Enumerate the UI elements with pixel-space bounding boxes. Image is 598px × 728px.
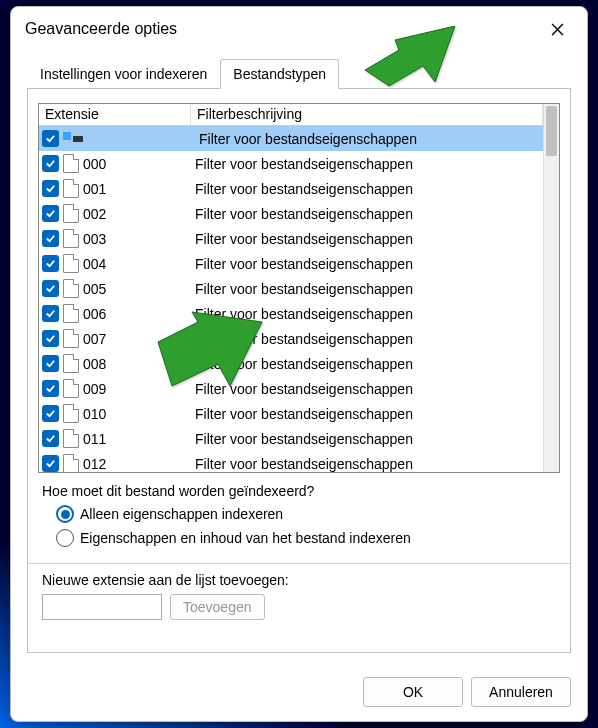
row-extension: 002 bbox=[83, 206, 187, 222]
row-description: Filter voor bestandseigenschappen bbox=[187, 306, 413, 322]
row-checkbox[interactable] bbox=[42, 330, 59, 347]
row-extension: 010 bbox=[83, 406, 187, 422]
column-description-header[interactable]: Filterbeschrijving bbox=[191, 104, 543, 125]
row-checkbox[interactable] bbox=[42, 130, 59, 147]
table-row[interactable]: 001Filter voor bestandseigenschappen bbox=[39, 176, 543, 201]
row-checkbox[interactable] bbox=[42, 455, 59, 472]
ok-button[interactable]: OK bbox=[363, 677, 463, 707]
file-types-list[interactable]: Extensie Filterbeschrijving Filter voor … bbox=[38, 103, 560, 473]
row-checkbox[interactable] bbox=[42, 430, 59, 447]
row-description: Filter voor bestandseigenschappen bbox=[187, 231, 413, 247]
file-icon bbox=[63, 279, 79, 298]
close-button[interactable] bbox=[541, 15, 573, 43]
cancel-button[interactable]: Annuleren bbox=[471, 677, 571, 707]
close-icon bbox=[551, 23, 564, 36]
row-extension: 009 bbox=[83, 381, 187, 397]
new-extension-input[interactable] bbox=[42, 594, 162, 620]
file-icon bbox=[63, 354, 79, 373]
table-row[interactable]: 010Filter voor bestandseigenschappen bbox=[39, 401, 543, 426]
file-types-panel: Extensie Filterbeschrijving Filter voor … bbox=[27, 89, 571, 653]
row-extension: 003 bbox=[83, 231, 187, 247]
row-description: Filter voor bestandseigenschappen bbox=[187, 256, 413, 272]
indexing-question-label: Hoe moet dit bestand worden geïndexeerd? bbox=[42, 483, 560, 499]
file-icon bbox=[63, 179, 79, 198]
row-checkbox[interactable] bbox=[42, 205, 59, 222]
row-description: Filter voor bestandseigenschappen bbox=[187, 431, 413, 447]
table-row[interactable]: 003Filter voor bestandseigenschappen bbox=[39, 226, 543, 251]
row-checkbox[interactable] bbox=[42, 155, 59, 172]
row-extension: 012 bbox=[83, 456, 187, 472]
row-extension: 008 bbox=[83, 356, 187, 372]
row-description: Filter voor bestandseigenschappen bbox=[187, 331, 413, 347]
list-scrollbar[interactable] bbox=[543, 104, 559, 472]
file-icon bbox=[63, 154, 79, 173]
radio-icon bbox=[56, 529, 74, 547]
radio-label: Alleen eigenschappen indexeren bbox=[80, 506, 283, 522]
row-description: Filter voor bestandseigenschappen bbox=[187, 156, 413, 172]
scrollbar-thumb[interactable] bbox=[546, 106, 557, 156]
file-icon bbox=[63, 229, 79, 248]
file-icon bbox=[63, 304, 79, 323]
tab-row: Instellingen voor indexeren Bestandstype… bbox=[27, 59, 571, 89]
row-description: Filter voor bestandseigenschappen bbox=[191, 131, 417, 147]
file-icon bbox=[63, 204, 79, 223]
row-description: Filter voor bestandseigenschappen bbox=[187, 281, 413, 297]
row-description: Filter voor bestandseigenschappen bbox=[187, 181, 413, 197]
row-checkbox[interactable] bbox=[42, 180, 59, 197]
row-checkbox[interactable] bbox=[42, 405, 59, 422]
row-description: Filter voor bestandseigenschappen bbox=[187, 456, 413, 472]
tab-file-types[interactable]: Bestandstypen bbox=[220, 59, 339, 89]
row-description: Filter voor bestandseigenschappen bbox=[187, 206, 413, 222]
radio-icon bbox=[56, 505, 74, 523]
row-extension: 007 bbox=[83, 331, 187, 347]
divider bbox=[28, 563, 570, 564]
row-extension: 006 bbox=[83, 306, 187, 322]
file-icon bbox=[63, 404, 79, 423]
advanced-options-dialog: Geavanceerde opties Instellingen voor in… bbox=[10, 6, 588, 722]
file-icon bbox=[63, 379, 79, 398]
desktop-icon bbox=[63, 132, 83, 146]
row-extension: 004 bbox=[83, 256, 187, 272]
table-row[interactable]: 005Filter voor bestandseigenschappen bbox=[39, 276, 543, 301]
table-row[interactable]: 004Filter voor bestandseigenschappen bbox=[39, 251, 543, 276]
radio-properties-only[interactable]: Alleen eigenschappen indexeren bbox=[56, 505, 560, 523]
row-description: Filter voor bestandseigenschappen bbox=[187, 356, 413, 372]
file-icon bbox=[63, 454, 79, 472]
add-extension-label: Nieuwe extensie aan de lijst toevoegen: bbox=[42, 572, 560, 588]
row-checkbox[interactable] bbox=[42, 355, 59, 372]
row-extension: 005 bbox=[83, 281, 187, 297]
table-row[interactable]: 009Filter voor bestandseigenschappen bbox=[39, 376, 543, 401]
table-row[interactable]: 012Filter voor bestandseigenschappen bbox=[39, 451, 543, 472]
row-checkbox[interactable] bbox=[42, 230, 59, 247]
radio-label: Eigenschappen en inhoud van het bestand … bbox=[80, 530, 411, 546]
column-extension-header[interactable]: Extensie bbox=[39, 104, 191, 125]
table-row[interactable]: 008Filter voor bestandseigenschappen bbox=[39, 351, 543, 376]
row-checkbox[interactable] bbox=[42, 305, 59, 322]
file-icon bbox=[63, 329, 79, 348]
table-row[interactable]: 000Filter voor bestandseigenschappen bbox=[39, 151, 543, 176]
table-row[interactable]: 007Filter voor bestandseigenschappen bbox=[39, 326, 543, 351]
file-icon bbox=[63, 254, 79, 273]
row-extension: 011 bbox=[83, 431, 187, 447]
row-description: Filter voor bestandseigenschappen bbox=[187, 406, 413, 422]
row-checkbox[interactable] bbox=[42, 380, 59, 397]
radio-properties-and-content[interactable]: Eigenschappen en inhoud van het bestand … bbox=[56, 529, 560, 547]
row-checkbox[interactable] bbox=[42, 280, 59, 297]
file-icon bbox=[63, 429, 79, 448]
row-extension: 000 bbox=[83, 156, 187, 172]
window-title: Geavanceerde opties bbox=[25, 20, 541, 38]
add-extension-button[interactable]: Toevoegen bbox=[170, 594, 265, 620]
table-row[interactable]: 011Filter voor bestandseigenschappen bbox=[39, 426, 543, 451]
row-description: Filter voor bestandseigenschappen bbox=[187, 381, 413, 397]
row-extension: 001 bbox=[83, 181, 187, 197]
table-row[interactable]: 002Filter voor bestandseigenschappen bbox=[39, 201, 543, 226]
table-row[interactable]: 006Filter voor bestandseigenschappen bbox=[39, 301, 543, 326]
tab-indexing-settings[interactable]: Instellingen voor indexeren bbox=[27, 59, 220, 89]
table-row[interactable]: Filter voor bestandseigenschappen bbox=[39, 126, 543, 151]
row-checkbox[interactable] bbox=[42, 255, 59, 272]
